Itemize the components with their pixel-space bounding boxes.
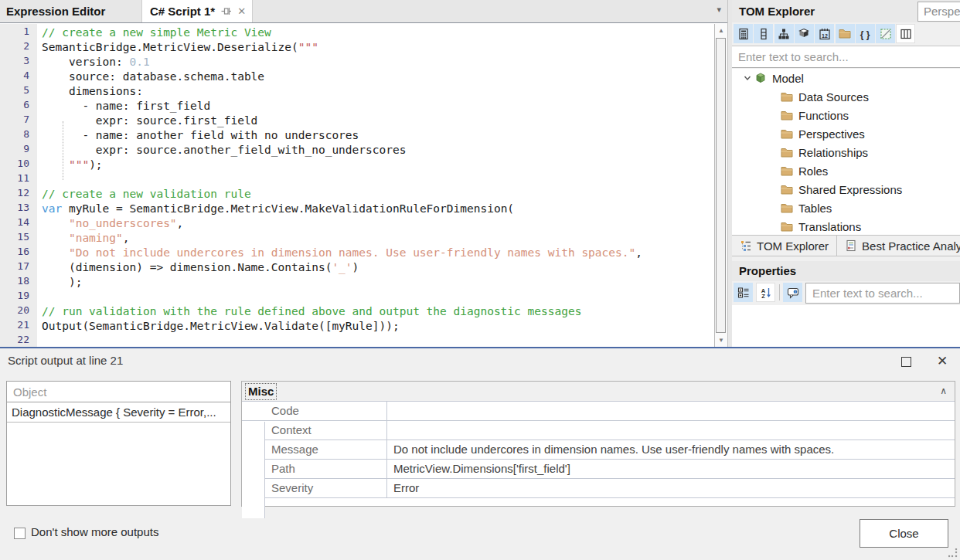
properties-toolbar: AZi — [732, 281, 960, 305]
line-number: 4 — [0, 68, 37, 83]
tab-close-icon[interactable]: ✕ — [237, 5, 246, 17]
tree-item-tables[interactable]: Tables — [732, 199, 960, 217]
code-line[interactable]: // run validation with the rule defined … — [42, 304, 714, 319]
column-icon — [757, 28, 770, 40]
tree-item-model[interactable]: Model — [732, 69, 960, 87]
pin-icon[interactable] — [220, 5, 232, 17]
code-line[interactable]: SemanticBridge.MetricView.Deserialize(""… — [42, 40, 714, 55]
subtab-tom-explorer[interactable]: TOM Explorer — [732, 236, 837, 256]
tab-list-dropdown-icon[interactable]: ▾ — [717, 5, 721, 15]
grid-row-severity[interactable]: SeverityError — [242, 479, 955, 498]
tree-item-data-sources[interactable]: Data Sources — [732, 87, 960, 106]
code-line[interactable]: "Do not include undercores in dimension … — [42, 246, 714, 260]
calculator-button[interactable] — [734, 24, 753, 43]
folder-icon — [781, 166, 793, 176]
code-line[interactable]: """); — [42, 158, 714, 172]
toolbar-separator — [779, 284, 780, 300]
tree-item-translations[interactable]: Translations — [732, 217, 960, 235]
code-line[interactable]: var myRule = SemanticBridge.MetricView.M… — [42, 202, 714, 216]
code-line[interactable]: "no_underscores", — [42, 216, 714, 231]
object-list-item[interactable]: DiagnosticMessage { Severity = Error,... — [7, 402, 230, 423]
tree-item-relationships[interactable]: Relationships — [732, 143, 960, 161]
code-line[interactable]: - name: another field with no underscore… — [42, 128, 714, 143]
code-line[interactable]: source: database.schema.table — [42, 70, 714, 84]
diagnostic-property-grid: Misc ∧ CodeContextMessageDo not include … — [241, 381, 955, 507]
tom-search-input[interactable] — [732, 46, 960, 67]
folder-button[interactable] — [836, 24, 855, 43]
code-line[interactable]: (dimension) => dimension.Name.Contains('… — [42, 260, 714, 275]
code-line[interactable] — [42, 172, 714, 187]
code-line[interactable] — [42, 334, 714, 347]
calendar-button[interactable]: 12 — [815, 24, 834, 43]
grid-row-message[interactable]: MessageDo not include undercores in dime… — [242, 440, 955, 460]
editor-scrollbar[interactable]: ▲ ▼ — [714, 24, 727, 347]
code-line[interactable]: ); — [42, 275, 714, 290]
chevron-down-icon[interactable] — [742, 73, 753, 83]
code-line[interactable]: dimensions: — [42, 84, 714, 99]
grid-category-row[interactable]: Misc ∧ — [242, 382, 955, 402]
line-number: 13 — [0, 200, 37, 215]
line-number: 10 — [0, 156, 37, 171]
braces-button[interactable]: { } — [856, 24, 875, 43]
scroll-up-icon[interactable]: ▲ — [715, 24, 727, 37]
partition-button[interactable] — [876, 24, 895, 43]
resize-grip[interactable] — [948, 548, 958, 558]
code-line[interactable]: // create a new simple Metric View — [42, 25, 714, 40]
code-line[interactable] — [42, 290, 714, 304]
calendar-icon: 12 — [819, 28, 831, 40]
line-number: 21 — [0, 317, 37, 332]
svg-text:{ }: { } — [860, 29, 870, 39]
tree-item-perspectives[interactable]: Perspectives — [732, 124, 960, 143]
columns-icon — [900, 28, 912, 40]
code-line[interactable]: expr: source.another_field_with_no_under… — [42, 143, 714, 158]
code-line[interactable]: // create a new validation rule — [42, 187, 714, 202]
grid-row-value[interactable]: Error — [387, 479, 955, 497]
grid-row-value[interactable] — [387, 421, 955, 440]
tree-item-shared-expressions[interactable]: Shared Expressions — [732, 180, 960, 199]
tree-item-label: Relationships — [798, 146, 868, 159]
grid-row-value[interactable]: Do not include undercores in dimension n… — [387, 440, 955, 459]
code-area[interactable]: // create a new simple Metric ViewSemant… — [37, 24, 714, 347]
close-button[interactable]: Close — [860, 519, 948, 548]
tab-csharp-script[interactable]: C# Script 1* ✕ — [141, 0, 253, 22]
categorized-button[interactable] — [734, 283, 753, 302]
line-number: 16 — [0, 244, 37, 259]
code-line[interactable]: - name: first_field — [42, 99, 714, 114]
object-list: Object DiagnosticMessage { Severity = Er… — [6, 381, 231, 506]
maximize-button[interactable] — [897, 352, 915, 371]
code-line[interactable]: "naming", — [42, 231, 714, 246]
code-editor[interactable]: 12345678910111213141516171819202122 // c… — [0, 22, 727, 347]
subtab-best-practice-analyz[interactable]: Best Practice Analyz — [837, 236, 960, 256]
az-sort-button[interactable]: AZ — [756, 283, 775, 302]
grid-row-value[interactable]: MetricView.Dimensions['first_field'] — [387, 460, 955, 478]
code-line[interactable]: expr: source.first_field — [42, 114, 714, 128]
bubble-button[interactable]: i — [783, 283, 802, 302]
properties-search-input[interactable] — [806, 283, 959, 303]
bpa-icon — [845, 239, 857, 252]
line-number: 17 — [0, 259, 37, 273]
scrollbar-thumb[interactable] — [716, 38, 726, 333]
columns-button[interactable] — [896, 24, 915, 43]
svg-text:Z: Z — [761, 293, 765, 299]
code-line[interactable]: version: 0.1 — [42, 55, 714, 70]
scroll-down-icon[interactable]: ▼ — [715, 334, 727, 347]
hierarchy-button[interactable] — [774, 24, 794, 43]
dialog-close-icon[interactable]: ✕ — [932, 351, 952, 372]
tree-item-roles[interactable]: Roles — [732, 161, 960, 180]
grid-row-value[interactable] — [387, 402, 955, 420]
grid-row-code[interactable]: Code — [242, 402, 955, 421]
code-line[interactable]: Output(SemanticBridge.MetricView.Validat… — [42, 319, 714, 334]
grid-row-context[interactable]: Context — [242, 421, 955, 440]
column-button[interactable] — [754, 24, 773, 43]
grid-row-path[interactable]: PathMetricView.Dimensions['first_field'] — [242, 460, 955, 479]
document-tabstrip: Expression Editor C# Script 1* ✕ ▾ — [0, 0, 727, 22]
tom-toolbar: 12{ } — [732, 22, 960, 46]
dont-show-checkbox[interactable] — [14, 528, 26, 539]
tom-search-row — [732, 46, 960, 68]
perspective-combobox[interactable]: Perspe. — [917, 2, 960, 22]
tree-item-functions[interactable]: Functions — [732, 106, 960, 124]
tree-list-icon — [740, 239, 752, 252]
tree-item-label: Shared Expressions — [798, 183, 902, 196]
cube-button[interactable] — [795, 24, 814, 43]
collapse-chevron-icon[interactable]: ∧ — [940, 382, 947, 401]
